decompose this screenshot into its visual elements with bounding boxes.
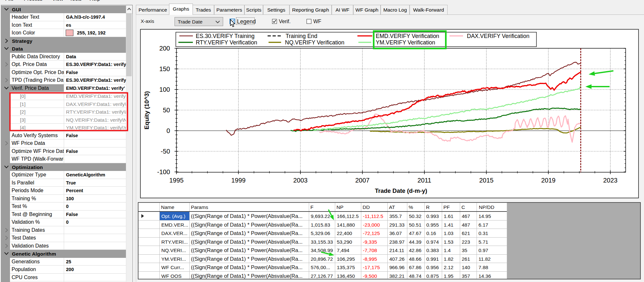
svg-text:2023: 2023 (603, 177, 618, 184)
svg-text:200: 200 (159, 45, 170, 52)
svg-text:2007: 2007 (355, 177, 370, 184)
svg-text:2015: 2015 (479, 177, 494, 184)
svg-text:2019: 2019 (541, 177, 556, 184)
svg-text:RTY.VERIFY Verification: RTY.VERIFY Verification (196, 39, 257, 46)
svg-text:1995: 1995 (169, 177, 184, 184)
svg-text:EMD.VERIFY Verification: EMD.VERIFY Verification (376, 33, 439, 39)
svg-text:ES.30.VERIFY Training: ES.30.VERIFY Training (196, 33, 255, 39)
svg-text:NQ.VERIFY Verification: NQ.VERIFY Verification (285, 39, 344, 46)
svg-text:Equity (10^3): Equity (10^3) (143, 91, 150, 129)
svg-text:Training End: Training End (286, 33, 317, 39)
svg-text:-50: -50 (161, 148, 170, 155)
svg-text:2003: 2003 (293, 177, 308, 184)
svg-text:150: 150 (159, 65, 170, 72)
svg-text:Trade Date (d-m-y): Trade Date (d-m-y) (375, 187, 427, 194)
svg-text:100: 100 (159, 86, 170, 93)
svg-text:-100: -100 (157, 168, 170, 175)
svg-text:YM.VERIFY Verification: YM.VERIFY Verification (376, 39, 435, 46)
svg-text:2011: 2011 (417, 177, 431, 184)
svg-text:0: 0 (166, 127, 170, 134)
svg-text:1999: 1999 (231, 177, 246, 184)
svg-text:DAX.VERIFY Verification: DAX.VERIFY Verification (467, 33, 529, 39)
svg-text:50: 50 (163, 107, 170, 114)
